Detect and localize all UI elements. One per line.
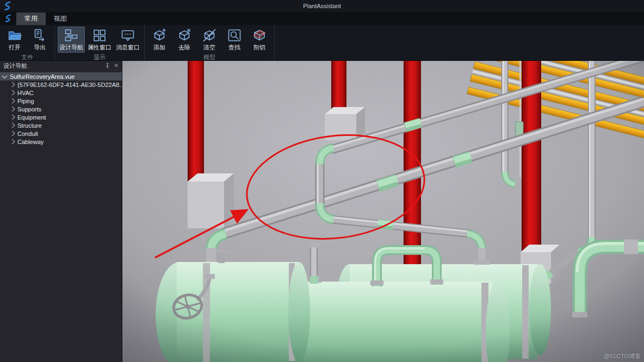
chevron-right-icon xyxy=(10,98,15,104)
tree-item[interactable]: Equipment xyxy=(0,113,122,121)
viewport-3d[interactable]: @51CTO博客 xyxy=(122,61,644,362)
app-menu-logo-icon xyxy=(4,14,13,23)
chevron-right-icon xyxy=(10,107,15,112)
tree-item[interactable]: Structure xyxy=(0,121,122,129)
tree-item-label: Conduit xyxy=(17,130,38,137)
design-navigator-button[interactable]: 设计导航 xyxy=(58,27,85,53)
clear-button[interactable]: 清空 xyxy=(197,27,221,53)
clear-cube-icon xyxy=(202,28,216,42)
main-area: 设计导航 ✕ SulfurRecoveryArea.vue {57F9E162-… xyxy=(0,61,644,362)
tree-item[interactable]: Piping xyxy=(0,97,122,105)
chevron-right-icon xyxy=(10,131,15,136)
tab-view[interactable]: 视图 xyxy=(46,13,75,25)
open-folder-icon xyxy=(8,28,22,42)
message-window-button[interactable]: 消息窗口 xyxy=(114,27,141,53)
property-window-icon xyxy=(92,28,107,42)
tab-home[interactable]: 常用 xyxy=(16,13,46,25)
button-label: 打开 xyxy=(9,43,21,52)
chevron-right-icon xyxy=(10,123,15,128)
button-label: 剖切 xyxy=(253,43,265,52)
chevron-right-icon xyxy=(10,90,15,96)
search-cube-icon xyxy=(227,28,242,42)
ribbon-group-display: 设计导航 属性窗口 消息窗口 xyxy=(55,25,145,60)
open-button[interactable]: 打开 xyxy=(3,27,27,53)
tree-item[interactable]: HVAC xyxy=(0,89,122,97)
section-cube-icon xyxy=(252,28,267,42)
design-navigator-panel: 设计导航 ✕ SulfurRecoveryArea.vue {57F9E162-… xyxy=(0,61,122,362)
tree-item-label: Structure xyxy=(17,122,42,129)
tree-item-label: Piping xyxy=(17,98,34,104)
ribbon-tab-bar: 常用 视图 xyxy=(0,12,644,25)
property-window-button[interactable]: 属性窗口 xyxy=(86,27,113,53)
tree-item[interactable]: Supports xyxy=(0,105,122,113)
tree-item[interactable]: {57F9E162-6DF2-4141-AE30-5D22A8... xyxy=(0,80,122,89)
ribbon-group-model: 添加 去除 清空 xyxy=(145,25,275,60)
button-label: 消息窗口 xyxy=(116,43,140,52)
tree-item-label: SulfurRecoveryArea.vue xyxy=(10,73,75,80)
pin-icon[interactable] xyxy=(104,63,110,69)
tree-item-label: HVAC xyxy=(17,90,34,96)
vignette xyxy=(122,61,644,362)
viewport-3d-scene xyxy=(122,61,644,362)
ribbon-group-file: 打开 导出 文件 xyxy=(0,25,55,60)
button-label: 去除 xyxy=(178,43,190,52)
remove-cube-icon xyxy=(177,28,191,42)
button-label: 属性窗口 xyxy=(88,43,112,52)
message-window-icon xyxy=(121,28,135,42)
chevron-right-icon xyxy=(10,115,15,120)
titlebar: PlantAssistant xyxy=(0,0,644,12)
tree-item-label: {57F9E162-6DF2-4141-AE30-5D22A8... xyxy=(17,82,122,88)
button-label: 设计导航 xyxy=(59,43,83,52)
add-button[interactable]: 添加 xyxy=(147,27,171,53)
button-label: 清空 xyxy=(203,43,215,52)
remove-button[interactable]: 去除 xyxy=(172,27,196,53)
chevron-right-icon xyxy=(10,82,15,88)
tree-item-label: Cableway xyxy=(17,139,44,145)
chevron-down-icon xyxy=(2,73,8,78)
design-navigator-icon xyxy=(64,28,78,42)
button-label: 查找 xyxy=(228,43,240,52)
export-icon xyxy=(33,28,47,42)
ribbon: 打开 导出 文件 设计导航 xyxy=(0,25,644,61)
model-tree: SulfurRecoveryArea.vue {57F9E162-6DF2-41… xyxy=(0,71,122,146)
app-logo-icon xyxy=(3,1,13,11)
tree-item-label: Equipment xyxy=(17,114,46,121)
button-label: 添加 xyxy=(153,43,165,52)
section-button[interactable]: 剖切 xyxy=(247,27,271,53)
button-label: 导出 xyxy=(34,43,46,52)
app-menu-button[interactable] xyxy=(0,12,16,25)
find-button[interactable]: 查找 xyxy=(222,27,246,53)
window-title: PlantAssistant xyxy=(303,3,341,9)
export-button[interactable]: 导出 xyxy=(28,27,52,53)
tree-item-label: Supports xyxy=(17,106,41,113)
close-icon[interactable]: ✕ xyxy=(114,63,119,68)
chevron-right-icon xyxy=(10,139,15,145)
panel-header: 设计导航 ✕ xyxy=(0,61,122,71)
tree-root-item[interactable]: SulfurRecoveryArea.vue xyxy=(0,72,122,80)
panel-title: 设计导航 xyxy=(3,62,101,70)
add-cube-icon xyxy=(152,28,166,42)
tree-item[interactable]: Conduit xyxy=(0,129,122,138)
tree-item[interactable]: Cableway xyxy=(0,138,122,146)
